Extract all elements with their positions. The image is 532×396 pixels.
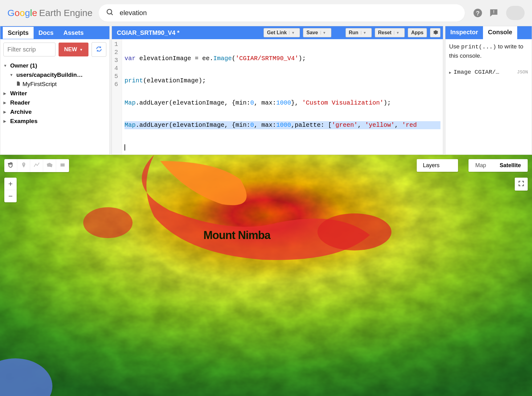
script-tree: ▼Owner (1) ▼users/capacityBuildin… MyFir… — [0, 60, 109, 127]
json-tag[interactable]: JSON — [517, 70, 528, 75]
shape-tool[interactable] — [43, 159, 56, 172]
filter-scripts-input[interactable] — [3, 43, 55, 56]
map-type-toggle: Map Satellite — [469, 159, 528, 172]
svg-line-1 — [111, 13, 113, 15]
fullscreen-button[interactable] — [515, 178, 528, 191]
svg-point-9 — [83, 207, 133, 238]
save-button[interactable]: Save▼ — [303, 28, 331, 37]
get-link-button[interactable]: Get Link▼ — [264, 28, 300, 37]
script-title: CGIAR_SRTM90_V4 * — [114, 29, 179, 36]
svg-text:!: ! — [493, 9, 495, 14]
code-area[interactable]: var elevationImage = ee.Image('CGIAR/SRT… — [122, 39, 443, 155]
map-type-map[interactable]: Map — [469, 159, 493, 172]
new-script-button[interactable]: NEW ▼ — [59, 43, 88, 56]
polygon-icon — [46, 162, 53, 170]
tab-scripts[interactable]: Scripts — [3, 27, 34, 39]
rectangle-icon — [59, 162, 66, 169]
search-input[interactable] — [120, 9, 457, 17]
console-panel: Inspector Console Use print(...) to writ… — [445, 26, 532, 155]
svg-point-0 — [107, 9, 112, 14]
scripts-panel: Scripts Docs Assets NEW ▼ ▼Owner (1) ▼us… — [0, 26, 110, 155]
drawing-tools — [4, 159, 69, 172]
tree-script-file[interactable]: MyFirstScript — [3, 80, 106, 89]
line-gutter: 123456 — [112, 39, 122, 155]
marker-icon — [21, 162, 27, 169]
file-icon — [16, 81, 21, 88]
console-output-row[interactable]: ▶ Image CGIAR/… — [449, 69, 499, 76]
line-tool[interactable] — [30, 159, 43, 172]
zoom-out-button[interactable]: − — [4, 190, 17, 202]
map-area[interactable]: Mount Nimba + − Layers Map Satellite — [0, 155, 532, 396]
console-help-text: Use print(...) to write to this console. — [449, 42, 528, 60]
zoom-controls: + − — [4, 178, 17, 202]
app-header: Google Earth Engine ? ! — [0, 0, 532, 26]
tab-docs[interactable]: Docs — [34, 27, 59, 39]
map-label-mount-nimba: Mount Nimba — [203, 229, 270, 242]
tree-writer[interactable]: ▶Writer — [3, 89, 106, 98]
point-tool[interactable] — [17, 159, 30, 172]
reset-button[interactable]: Reset▼ — [375, 28, 405, 37]
refresh-button[interactable] — [92, 42, 106, 57]
svg-text:?: ? — [476, 10, 480, 17]
feedback-icon[interactable]: ! — [487, 6, 501, 20]
run-button[interactable]: Run▼ — [346, 28, 372, 37]
tab-console[interactable]: Console — [483, 26, 517, 39]
line-icon — [33, 162, 40, 170]
editor-panel: CGIAR_SRTM90_V4 * Get Link▼ Save▼ Run▼ R… — [112, 26, 443, 155]
map-type-satellite[interactable]: Satellite — [493, 159, 528, 172]
tab-assets[interactable]: Assets — [59, 27, 89, 39]
map-visualization — [0, 155, 532, 396]
tree-examples[interactable]: ▶Examples — [3, 117, 106, 126]
tree-owner[interactable]: ▼Owner (1) — [3, 61, 106, 70]
settings-button[interactable] — [430, 28, 440, 37]
rectangle-tool[interactable] — [56, 159, 69, 172]
tab-inspector[interactable]: Inspector — [445, 26, 483, 39]
apps-button[interactable]: Apps — [408, 28, 427, 37]
tree-reader[interactable]: ▶Reader — [3, 98, 106, 107]
pan-tool[interactable] — [4, 159, 17, 172]
svg-point-8 — [317, 213, 391, 250]
svg-rect-11 — [60, 163, 64, 167]
tree-owner-folder[interactable]: ▼users/capacityBuildin… — [3, 70, 106, 80]
hand-icon — [7, 162, 14, 170]
fullscreen-icon — [518, 180, 525, 188]
zoom-in-button[interactable]: + — [4, 178, 17, 190]
search-icon — [106, 8, 114, 18]
code-editor[interactable]: 123456 var elevationImage = ee.Image('CG… — [112, 39, 443, 155]
account-button[interactable] — [506, 6, 525, 20]
header-actions: ? ! — [471, 6, 525, 20]
help-icon[interactable]: ? — [471, 6, 485, 20]
layers-dropdown[interactable]: Layers — [417, 159, 458, 172]
search-box[interactable] — [99, 4, 465, 22]
logo: Google Earth Engine — [7, 8, 92, 18]
tree-archive[interactable]: ▶Archive — [3, 107, 106, 117]
svg-rect-7 — [0, 155, 532, 396]
gear-icon — [432, 29, 438, 36]
